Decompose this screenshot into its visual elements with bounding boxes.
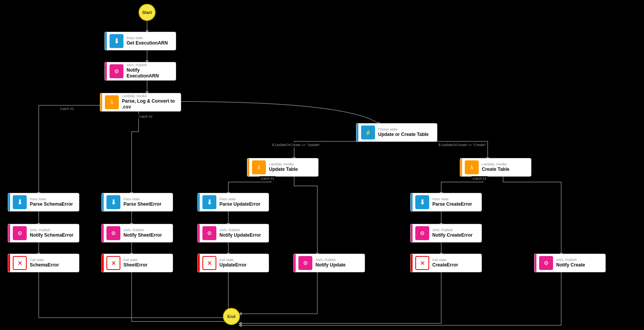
pass-get-arn-title: Get ExecutionARN bbox=[127, 40, 168, 46]
end-label: End bbox=[228, 314, 236, 319]
pass-get-arn-label: Pass state bbox=[127, 36, 168, 40]
catch1-label: Catch #1 bbox=[59, 107, 75, 111]
fail-create-err-label: Fail state bbox=[432, 258, 458, 262]
sns-notify-update-title: Notify Update bbox=[315, 262, 346, 268]
lambda-create-table-node[interactable]: λ Lambda: Invoke Create Table bbox=[460, 158, 531, 177]
fail-update-err-node[interactable]: ✕ Fail state UpdateError bbox=[197, 254, 269, 272]
fail-create-err-title: CreateError bbox=[432, 262, 458, 268]
update-cond-label: $.UpdateOrCreate == "Update" bbox=[271, 143, 321, 147]
pass-schema-err-label: Pass state bbox=[30, 197, 73, 201]
start-node: Start bbox=[139, 4, 156, 21]
catch1-update-label: Catch #1 bbox=[259, 176, 276, 181]
pass-create-err-node[interactable]: ⬇ Pass state Parse CreateError bbox=[410, 193, 482, 211]
sns-notify-arn-node[interactable]: ⚙ SNS: Publish Notify ExecutionARN bbox=[104, 62, 176, 81]
sns-sheet-err-title: Notify SheetError bbox=[123, 232, 162, 239]
sns-update-err-title: Notify UpdateError bbox=[219, 232, 261, 239]
catch2-label: Catch #2 bbox=[137, 114, 154, 119]
lambda-parse-label: Lambda: Invoke bbox=[122, 94, 178, 98]
fail-update-err-label: Fail state bbox=[219, 258, 247, 262]
sns-create-err-node[interactable]: ⚙ SNS: Publish Notify CreateError bbox=[410, 224, 482, 242]
pass-update-err-node[interactable]: ⬇ Pass state Parse UpdateError bbox=[197, 193, 269, 211]
sns-notify-create-title: Notify Create bbox=[556, 262, 585, 268]
lambda-create-table-title: Create Table bbox=[482, 167, 509, 173]
sns-update-err-node[interactable]: ⚙ SNS: Publish Notify UpdateError bbox=[197, 224, 269, 242]
sns-sheet-err-node[interactable]: ⚙ SNS: Publish Notify SheetError bbox=[101, 224, 173, 242]
lambda-create-table-label: Lambda: Invoke bbox=[482, 162, 509, 167]
pass-sheet-err-node[interactable]: ⬇ Pass state Parse SheetError bbox=[101, 193, 173, 211]
pass-update-err-title: Parse UpdateError bbox=[219, 201, 260, 208]
lambda-parse-title: Parse, Log & Convert to .csv bbox=[122, 98, 178, 110]
fail-sheet-err-node[interactable]: ✕ Fail state SheetError bbox=[101, 254, 173, 272]
pass-schema-err-node[interactable]: ⬇ Pass state Parse SchemaError bbox=[8, 193, 79, 211]
sns-schema-err-title: Notify SchemaError bbox=[30, 232, 74, 239]
pass-get-arn-node[interactable]: ⬇ Pass state Get ExecutionARN bbox=[104, 32, 176, 50]
fail-sheet-err-label: Fail state bbox=[123, 258, 147, 262]
sns-notify-create-node[interactable]: ⚙ SNS: Publish Notify Create bbox=[534, 254, 606, 272]
sns-schema-err-label: SNS: Publish bbox=[30, 228, 74, 232]
choice-update-node[interactable]: ⚡ Choice state Update or Create Table bbox=[356, 123, 437, 142]
sns-update-err-label: SNS: Publish bbox=[219, 228, 261, 232]
catch1-create-label: Catch #1 bbox=[471, 176, 488, 181]
lambda-update-table-node[interactable]: λ Lambda: Invoke Update Table bbox=[247, 158, 319, 177]
lambda-update-table-title: Update Table bbox=[269, 167, 298, 173]
sns-create-err-label: SNS: Publish bbox=[432, 228, 473, 232]
lambda-parse-node[interactable]: λ Lambda: Invoke Parse, Log & Convert to… bbox=[100, 93, 181, 112]
sns-schema-err-node[interactable]: ⚙ SNS: Publish Notify SchemaError bbox=[8, 224, 79, 242]
fail-sheet-err-title: SheetError bbox=[123, 262, 147, 268]
fail-update-err-title: UpdateError bbox=[219, 262, 247, 268]
fail-schema-err-node[interactable]: ✕ Fail state SchemaError bbox=[8, 254, 79, 272]
choice-update-label: Choice state bbox=[378, 127, 428, 132]
pass-update-err-label: Pass state bbox=[219, 197, 260, 201]
fail-schema-err-label: Fail state bbox=[30, 258, 59, 262]
lambda-update-table-label: Lambda: Invoke bbox=[269, 162, 298, 167]
sns-notify-create-label: SNS: Publish bbox=[556, 258, 585, 262]
pass-sheet-err-label: Pass state bbox=[123, 197, 161, 201]
sns-notify-update-label: SNS: Publish bbox=[315, 258, 346, 262]
sns-notify-update-node[interactable]: ⚙ SNS: Publish Notify Update bbox=[293, 254, 365, 272]
fail-create-err-node[interactable]: ✕ Fail state CreateError bbox=[410, 254, 482, 272]
pass-create-err-title: Parse CreateError bbox=[432, 201, 472, 208]
fail-schema-err-title: SchemaError bbox=[30, 262, 59, 268]
workflow-canvas: Start End ⬇ Pass state Get ExecutionARN … bbox=[0, 0, 644, 330]
sns-notify-arn-label: SNS: Publish bbox=[127, 63, 173, 67]
connections-layer bbox=[0, 0, 644, 330]
pass-sheet-err-title: Parse SheetError bbox=[123, 201, 161, 208]
start-label: Start bbox=[142, 10, 152, 15]
sns-notify-arn-title: Notify ExecutionARN bbox=[127, 67, 173, 79]
choice-update-title: Update or Create Table bbox=[378, 132, 428, 138]
create-cond-label: $.UpdateOrCreate == "Create" bbox=[437, 143, 487, 147]
pass-schema-err-title: Parse SchemaError bbox=[30, 201, 73, 208]
pass-create-err-label: Pass state bbox=[432, 197, 472, 201]
sns-create-err-title: Notify CreateError bbox=[432, 232, 473, 239]
sns-sheet-err-label: SNS: Publish bbox=[123, 228, 162, 232]
end-node: End bbox=[223, 308, 240, 325]
